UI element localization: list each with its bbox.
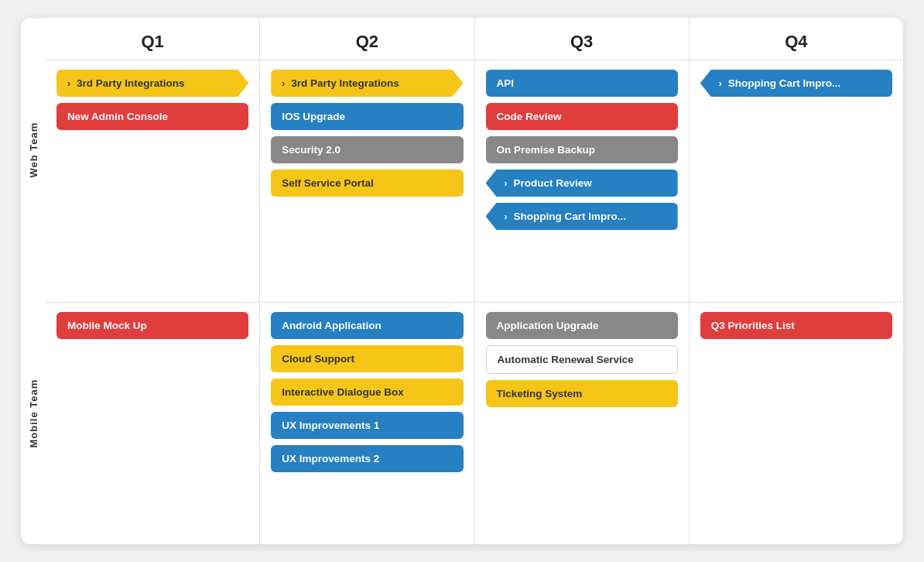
row-labels: Web Team Mobile Team (21, 18, 46, 544)
card-label: Shopping Cart Impro... (514, 211, 627, 222)
mobile-team-row: Mobile Mock Up Android Application Cloud… (46, 302, 903, 544)
card-interactive-dialogue[interactable]: Interactive Dialogue Box (271, 379, 463, 406)
cell-mobile-q4: Q3 Priorities List (689, 303, 903, 544)
card-label: Interactive Dialogue Box (282, 386, 404, 398)
cell-mobile-q2: Android Application Cloud Support Intera… (259, 303, 474, 544)
card-on-premise-backup[interactable]: On Premise Backup (486, 136, 678, 163)
chevron-icon: › (67, 78, 70, 89)
card-q3-priorities[interactable]: Q3 Priorities List (700, 312, 892, 339)
rows-container: › 3rd Party Integrations New Admin Conso… (46, 60, 903, 544)
card-label: Code Review (497, 111, 562, 122)
main-board: Web Team Mobile Team Q1 Q2 Q3 Q4 › 3rd P… (21, 18, 903, 544)
card-auto-renewal[interactable]: Automatic Renewal Service (486, 345, 678, 374)
card-label: On Premise Backup (497, 144, 596, 156)
card-ux-improvements-2[interactable]: UX Improvements 2 (271, 445, 463, 472)
col-header-q1: Q1 (46, 18, 259, 60)
card-mobile-mock-up[interactable]: Mobile Mock Up (56, 312, 248, 339)
web-team-row: › 3rd Party Integrations New Admin Conso… (46, 60, 903, 302)
card-ios-upgrade[interactable]: IOS Upgrade (271, 103, 463, 130)
card-3rd-party-q1[interactable]: › 3rd Party Integrations (56, 70, 248, 97)
card-label: 3rd Party Integrations (291, 77, 399, 89)
card-label: New Admin Console (67, 111, 168, 122)
col-header-q4: Q4 (689, 18, 903, 60)
cell-mobile-q1: Mobile Mock Up (46, 303, 259, 544)
card-label: Automatic Renewal Service (498, 354, 634, 365)
mobile-team-label: Mobile Team (21, 282, 46, 545)
card-product-review[interactable]: › Product Review (486, 170, 678, 197)
card-label: Q3 Priorities List (711, 320, 795, 331)
grid-area: Q1 Q2 Q3 Q4 › 3rd Party Integrations New… (46, 18, 903, 544)
card-api[interactable]: API (486, 70, 678, 97)
card-code-review[interactable]: Code Review (486, 103, 678, 130)
cell-web-q3: API Code Review On Premise Backup › Prod… (474, 60, 689, 302)
cell-mobile-q3: Application Upgrade Automatic Renewal Se… (474, 303, 689, 544)
card-label: UX Improvements 1 (282, 420, 379, 431)
card-label: Ticketing System (497, 388, 583, 399)
col-header-q2: Q2 (259, 18, 474, 60)
card-label: IOS Upgrade (282, 111, 345, 122)
card-self-service[interactable]: Self Service Portal (271, 170, 463, 197)
card-label: UX Improvements 2 (282, 453, 379, 464)
card-label: Security 2.0 (282, 144, 341, 156)
card-shopping-cart-q4[interactable]: › Shopping Cart Impro... (700, 70, 892, 97)
card-new-admin-console[interactable]: New Admin Console (56, 103, 248, 130)
cell-web-q1: › 3rd Party Integrations New Admin Conso… (46, 60, 259, 302)
card-label: Shopping Cart Impro... (728, 77, 841, 89)
card-shopping-cart-q3[interactable]: › Shopping Cart Impro... (486, 203, 678, 230)
chevron-icon: › (505, 178, 508, 189)
chevron-icon: › (282, 78, 285, 89)
card-cloud-support[interactable]: Cloud Support (271, 345, 463, 372)
card-label: Cloud Support (282, 353, 354, 365)
chevron-icon: › (719, 78, 722, 89)
card-label: Self Service Portal (282, 177, 374, 189)
card-label: Application Upgrade (497, 320, 599, 331)
card-3rd-party-q2[interactable]: › 3rd Party Integrations (271, 70, 463, 97)
card-security-20[interactable]: Security 2.0 (271, 136, 463, 163)
card-label: Product Review (514, 177, 592, 189)
card-label: API (497, 77, 515, 89)
chevron-icon: › (505, 211, 508, 222)
column-headers: Q1 Q2 Q3 Q4 (46, 18, 903, 60)
card-ux-improvements-1[interactable]: UX Improvements 1 (271, 412, 463, 439)
card-app-upgrade[interactable]: Application Upgrade (486, 312, 678, 339)
card-ticketing-system[interactable]: Ticketing System (486, 380, 678, 407)
card-label: Android Application (282, 320, 382, 331)
web-team-label: Web Team (21, 18, 46, 282)
card-android-app[interactable]: Android Application (271, 312, 463, 339)
cell-web-q2: › 3rd Party Integrations IOS Upgrade Sec… (259, 60, 474, 302)
col-header-q3: Q3 (474, 18, 689, 60)
card-label: 3rd Party Integrations (77, 77, 185, 89)
cell-web-q4: › Shopping Cart Impro... (689, 60, 903, 302)
card-label: Mobile Mock Up (67, 320, 147, 331)
